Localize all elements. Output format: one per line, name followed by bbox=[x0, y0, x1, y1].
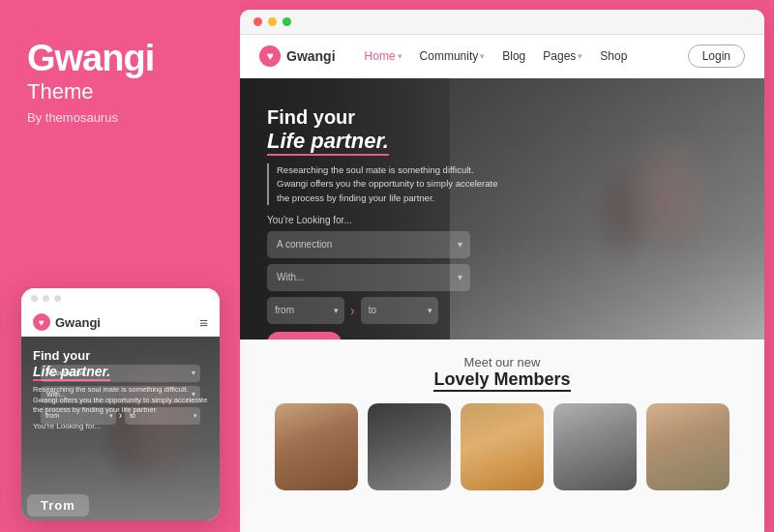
mobile-connection-input[interactable]: A connection ▾ bbox=[41, 365, 200, 382]
lovely-members-text: Lovely Members bbox=[433, 369, 570, 392]
site-logo: ♥ Gwangi bbox=[259, 45, 336, 67]
chevron-icon: ▾ bbox=[192, 369, 195, 377]
mobile-mockup: ♥ Gwangi ≡ Find your Life partner. Resea… bbox=[21, 288, 220, 520]
member-card-3[interactable] bbox=[461, 403, 544, 490]
site-nav-links: Home ▾ Community ▾ Blog Pages ▾ Shop bbox=[365, 49, 688, 63]
hero-looking-label: You're Looking for... bbox=[267, 215, 499, 225]
members-section: Meet our new Lovely Members bbox=[240, 340, 764, 532]
site-logo-text: Gwangi bbox=[286, 48, 336, 64]
mobile-dot-3 bbox=[54, 295, 61, 302]
nav-community-label: Community bbox=[420, 49, 479, 63]
member-card-5[interactable] bbox=[646, 403, 729, 490]
age-arrow-icon: › bbox=[119, 410, 122, 421]
site-nav: ♥ Gwangi Home ▾ Community ▾ Blog Pages ▾ bbox=[240, 35, 764, 78]
mobile-logo: ♥ Gwangi bbox=[33, 313, 101, 331]
chevron-icon: ▾ bbox=[192, 390, 195, 399]
mobile-dot-1 bbox=[31, 295, 38, 302]
connection-text: A connection bbox=[46, 369, 85, 376]
hero-from-box[interactable]: from ▾ bbox=[267, 297, 344, 324]
mobile-titlebar bbox=[21, 288, 220, 309]
browser-content: ♥ Gwangi Home ▾ Community ▾ Blog Pages ▾ bbox=[240, 35, 764, 532]
member-card-1[interactable] bbox=[275, 403, 358, 490]
trom-label: Trom bbox=[27, 494, 89, 517]
nav-link-pages[interactable]: Pages ▾ bbox=[543, 49, 582, 63]
hero-with-select[interactable]: With... ▾ bbox=[267, 264, 470, 291]
brand-title: Gwangi bbox=[27, 39, 154, 79]
mobile-from-box[interactable]: from ▾ bbox=[41, 407, 116, 425]
mobile-age-row: from ▾ › to ▾ bbox=[41, 407, 200, 425]
mobile-with-input[interactable]: With... ▾ bbox=[41, 386, 200, 403]
member-card-2[interactable] bbox=[368, 403, 451, 490]
hero-age-row: from ▾ › to ▾ bbox=[267, 297, 499, 324]
connection-select-text: A connection bbox=[277, 239, 332, 250]
mobile-logo-text: Gwangi bbox=[55, 315, 101, 330]
browser-dot-yellow bbox=[268, 17, 277, 26]
browser-dot-green bbox=[283, 17, 291, 26]
nav-link-home[interactable]: Home ▾ bbox=[365, 49, 402, 63]
meet-new-text: Meet our new bbox=[259, 355, 745, 369]
age-range-arrow-icon: › bbox=[350, 303, 355, 318]
with-select-text: With... bbox=[277, 272, 304, 282]
hero-find-text: Find your bbox=[267, 105, 499, 129]
members-title: Meet our new Lovely Members bbox=[259, 355, 745, 392]
nav-chevron-icon: ▾ bbox=[578, 51, 582, 61]
to-label: to bbox=[130, 412, 135, 419]
nav-blog-label: Blog bbox=[502, 49, 525, 63]
from-label: from bbox=[45, 412, 59, 419]
with-text: With... bbox=[46, 391, 66, 398]
browser-titlebar bbox=[240, 10, 764, 35]
mobile-find: Find your bbox=[33, 348, 208, 363]
chevron-down-icon: ▾ bbox=[428, 306, 432, 315]
hero-to-box[interactable]: to ▾ bbox=[361, 297, 438, 324]
submit-button[interactable]: Submit bbox=[267, 332, 342, 340]
mobile-heart-icon: ♥ bbox=[33, 313, 50, 331]
nav-shop-label: Shop bbox=[600, 49, 627, 63]
mobile-hero-text: Find your Life partner. Researching the … bbox=[33, 348, 208, 430]
mobile-hero: Find your Life partner. Researching the … bbox=[21, 337, 220, 520]
nav-chevron-icon: ▾ bbox=[398, 51, 402, 61]
nav-link-blog[interactable]: Blog bbox=[502, 49, 525, 63]
site-hero: Find your Life partner. Researching the … bbox=[240, 78, 764, 340]
brand-by: By themosaurus bbox=[27, 110, 118, 125]
chevron-down-icon: ▾ bbox=[458, 272, 462, 282]
nav-link-community[interactable]: Community ▾ bbox=[420, 49, 486, 63]
mobile-form: A connection ▾ With... ▾ from ▾ › bbox=[33, 365, 208, 430]
brand-subtitle: Theme bbox=[27, 79, 93, 104]
chevron-down-icon: ▾ bbox=[334, 306, 339, 315]
chevron-icon: ▾ bbox=[109, 412, 113, 420]
member-card-4[interactable] bbox=[553, 403, 637, 490]
nav-chevron-icon: ▾ bbox=[480, 51, 485, 61]
members-grid bbox=[259, 403, 745, 490]
chevron-icon: ▾ bbox=[194, 412, 197, 420]
browser-dot-red bbox=[253, 17, 262, 26]
nav-pages-label: Pages bbox=[543, 49, 576, 63]
site-heart-icon: ♥ bbox=[259, 45, 281, 67]
from-label: from bbox=[275, 305, 294, 315]
mobile-dot-2 bbox=[43, 295, 49, 302]
browser-window: ♥ Gwangi Home ▾ Community ▾ Blog Pages ▾ bbox=[240, 10, 764, 532]
mobile-header: ♥ Gwangi ≡ bbox=[21, 309, 220, 337]
nav-home-label: Home bbox=[365, 49, 396, 63]
nav-link-shop[interactable]: Shop bbox=[600, 49, 627, 63]
login-button[interactable]: Login bbox=[688, 44, 745, 68]
left-panel: Gwangi Theme By themosaurus ♥ Gwangi ≡ F… bbox=[0, 0, 240, 532]
chevron-down-icon: ▾ bbox=[458, 239, 462, 250]
hero-life-text: Life partner. bbox=[267, 129, 389, 156]
hero-description: Researching the soul mate is something d… bbox=[267, 163, 499, 205]
hero-connection-select[interactable]: A connection ▾ bbox=[267, 231, 470, 258]
hero-content: Find your Life partner. Researching the … bbox=[267, 105, 499, 340]
mobile-hamburger-icon[interactable]: ≡ bbox=[199, 314, 208, 331]
to-label: to bbox=[369, 305, 376, 315]
mobile-to-box[interactable]: to ▾ bbox=[125, 407, 200, 425]
